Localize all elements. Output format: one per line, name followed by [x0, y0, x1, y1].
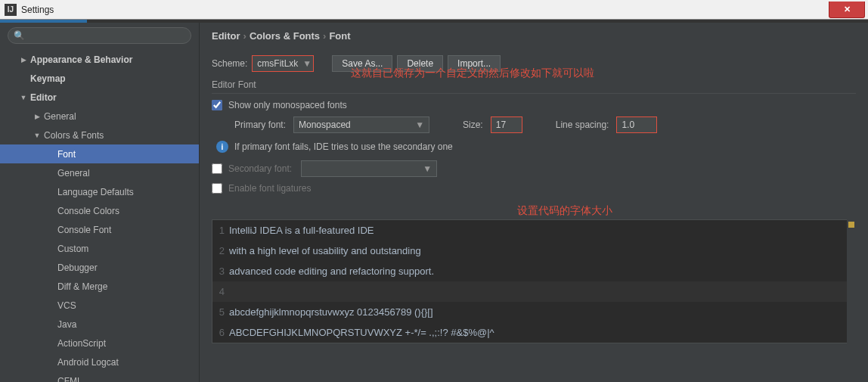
tree-item-label: Debugger [56, 262, 98, 273]
preview-line: 6ABCDEFGHIJKLMNOPQRSTUVWXYZ +-*/= .,;:!?… [212, 322, 855, 343]
annotation-2: 设置代码的字体大小 [517, 204, 612, 218]
tree-item-label: Language Defaults [56, 187, 134, 197]
tree-arrow-icon: ▼ [18, 94, 29, 101]
show-monospaced-checkbox[interactable]: Show only monospaced fonts [212, 100, 856, 110]
line-spacing-label: Line spacing: [556, 120, 609, 130]
scheme-select[interactable]: cmsFitLxk▼ [252, 55, 314, 72]
tree-item[interactable]: Java [0, 315, 199, 334]
ligatures-input[interactable] [212, 183, 222, 194]
code-text: ABCDEFGHIJKLMNOPQRSTUVWXYZ +-*/= .,;:!? … [229, 322, 494, 343]
tree-item-label: Java [56, 319, 76, 330]
tree-item-label: Android Logcat [56, 357, 119, 368]
info-icon: i [216, 141, 228, 153]
preview-line: 1IntelliJ IDEA is a full-featured IDE [212, 220, 855, 241]
secondary-font-input[interactable] [212, 163, 222, 174]
tree-item-label: VCS [56, 300, 76, 311]
tree-item[interactable]: Console Colors [0, 201, 199, 220]
code-text: advanced code editing and refactoring su… [229, 261, 434, 281]
tree-item-label: General [42, 111, 76, 122]
size-input[interactable] [491, 116, 522, 133]
tree-item[interactable]: Android Logcat [0, 352, 199, 371]
content-panel: Editor›Colors & Fonts›Font Scheme: cmsFi… [200, 23, 868, 382]
marker-icon [848, 222, 854, 228]
tree-item-label: Console Colors [56, 206, 119, 216]
preview-line: 4 [212, 281, 855, 302]
ligatures-checkbox[interactable]: Enable font ligatures [212, 183, 856, 194]
gutter: 2 [212, 241, 229, 261]
tree-item-label: Diff & Merge [56, 281, 107, 292]
code-text: with a high level of usability and outst… [229, 241, 421, 261]
tree-arrow-icon: ▼ [32, 132, 42, 139]
tree-item[interactable]: ActionScript [0, 334, 199, 352]
gutter: 1 [212, 220, 229, 241]
scheme-label: Scheme: [212, 58, 247, 69]
tree-item[interactable]: Keymap [0, 69, 199, 88]
delete-button[interactable]: Delete [397, 55, 443, 72]
preview-line: 2with a high level of usability and outs… [212, 241, 855, 261]
chevron-down-icon: ▼ [302, 58, 312, 69]
tree-item[interactable]: Font [0, 144, 199, 163]
secondary-font-checkbox[interactable]: Secondary font: ▼ [212, 160, 856, 177]
app-icon: IJ [5, 4, 17, 16]
tree-item-label: ActionScript [56, 338, 106, 349]
gutter: 3 [212, 261, 229, 281]
tree-item-label: Font [56, 149, 76, 160]
font-preview: 1IntelliJ IDEA is a full-featured IDE2wi… [212, 219, 856, 343]
tree-item[interactable]: ▼Colors & Fonts [0, 126, 199, 144]
tree-item[interactable]: ▼Editor [0, 88, 199, 107]
gutter: 4 [212, 281, 229, 302]
tree-item-label: CFML [56, 376, 82, 383]
tree-item-label: Custom [56, 244, 88, 254]
primary-font-label: Primary font: [234, 120, 286, 130]
tree-item[interactable]: Debugger [0, 258, 199, 277]
save-as-button[interactable]: Save As... [332, 55, 392, 72]
editor-font-section: Editor Font [212, 79, 856, 90]
preview-line: 5abcdefghijklmnopqrstuvwxyz 0123456789 (… [212, 302, 855, 322]
show-monospaced-input[interactable] [212, 100, 222, 110]
window-title: Settings [21, 5, 54, 15]
code-text: IntelliJ IDEA is a full-featured IDE [229, 220, 374, 241]
search-icon: 🔍 [14, 30, 25, 41]
tree-item-label: Editor [29, 92, 57, 103]
tree-item-label: Console Font [56, 225, 111, 235]
search-input[interactable] [8, 27, 191, 44]
tree-item[interactable]: CFML [0, 371, 199, 382]
code-text: abcdefghijklmnopqrstuvwxyz 0123456789 ()… [229, 302, 433, 322]
tree-item[interactable]: VCS [0, 296, 199, 315]
line-spacing-input[interactable] [616, 116, 657, 133]
preview-line: 3advanced code editing and refactoring s… [212, 261, 855, 281]
primary-font-select[interactable]: Monospaced▼ [293, 116, 429, 133]
secondary-font-select: ▼ [301, 160, 437, 177]
tree-item[interactable]: General [0, 163, 199, 182]
info-text: If primary font fails, IDE tries to use … [234, 141, 453, 152]
chevron-down-icon: ▼ [423, 163, 432, 174]
tree-item[interactable]: Language Defaults [0, 182, 199, 201]
gutter: 5 [212, 302, 229, 322]
import-button[interactable]: Import... [448, 55, 501, 72]
tree-item[interactable]: Custom [0, 239, 199, 258]
tree-item-label: General [56, 168, 90, 179]
breadcrumb: Editor›Colors & Fonts›Font [212, 30, 856, 55]
tree-item[interactable]: Console Font [0, 220, 199, 239]
tree-item[interactable]: Diff & Merge [0, 277, 199, 296]
tree-item[interactable]: ▶General [0, 107, 199, 126]
close-button[interactable] [829, 2, 865, 18]
tree-item-label: Appearance & Behavior [29, 54, 132, 65]
gutter: 6 [212, 322, 229, 343]
tree-arrow-icon: ▶ [18, 56, 29, 64]
tree-item-label: Colors & Fonts [42, 130, 104, 141]
settings-tree[interactable]: ▶Appearance & BehaviorKeymap▼Editor▶Gene… [0, 50, 199, 382]
tree-item-label: Keymap [29, 73, 66, 84]
tree-arrow-icon: ▶ [32, 113, 42, 120]
chevron-down-icon: ▼ [415, 120, 424, 130]
titlebar: IJ Settings [0, 0, 868, 20]
sidebar: 🔍 ▶Appearance & BehaviorKeymap▼Editor▶Ge… [0, 23, 200, 382]
tree-item[interactable]: ▶Appearance & Behavior [0, 50, 199, 69]
size-label: Size: [463, 120, 483, 130]
